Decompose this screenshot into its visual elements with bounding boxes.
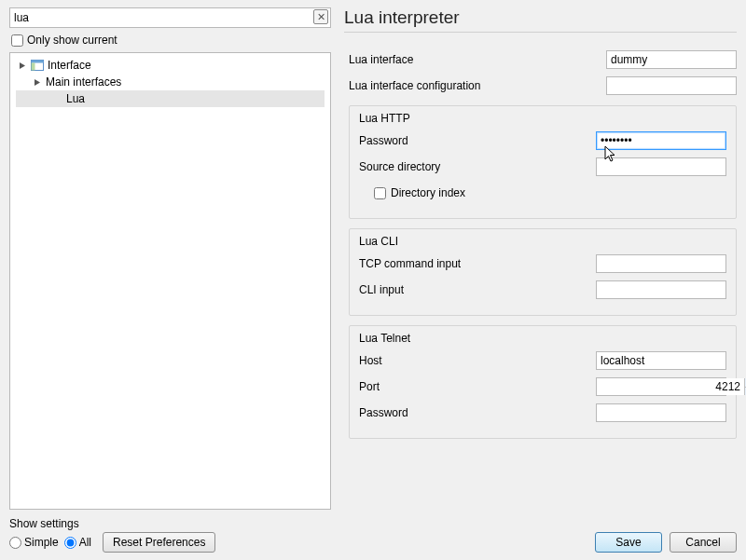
cancel-button[interactable]: Cancel: [670, 532, 737, 553]
telnet-port-spinner[interactable]: ▲ ▼: [596, 377, 726, 396]
svg-rect-1: [32, 61, 44, 63]
page-title: Lua interpreter: [344, 7, 737, 33]
search-input[interactable]: [9, 7, 331, 28]
only-show-current-label: Only show current: [27, 34, 117, 47]
only-show-current-checkbox[interactable]: [11, 34, 23, 47]
telnet-port-input[interactable]: [597, 378, 744, 395]
radio-all-input[interactable]: [64, 537, 76, 549]
cli-input-label: CLI input: [359, 283, 596, 296]
http-srcdir-label: Source directory: [359, 160, 596, 173]
telnet-password-label: Password: [359, 406, 596, 419]
collapse-icon[interactable]: [33, 77, 42, 87]
group-title: Lua Telnet: [359, 332, 726, 345]
tree-label: Lua: [66, 92, 85, 105]
clear-search-icon[interactable]: ✕: [313, 9, 328, 24]
show-settings-label: Show settings: [9, 517, 331, 530]
cli-input-field[interactable]: [596, 280, 726, 299]
save-button[interactable]: Save: [595, 532, 662, 553]
dir-index-label: Directory index: [391, 186, 465, 199]
lua-interface-label: Lua interface: [349, 53, 606, 66]
group-title: Lua CLI: [359, 235, 726, 248]
http-password-input[interactable]: [596, 131, 726, 150]
group-lua-telnet: Lua Telnet Host Port ▲ ▼: [349, 325, 737, 439]
dir-index-checkbox[interactable]: [374, 187, 386, 199]
radio-simple[interactable]: Simple: [9, 536, 59, 549]
cli-tcp-input[interactable]: [596, 254, 726, 273]
cli-tcp-label: TCP command input: [359, 257, 596, 270]
tree-item-interface[interactable]: Interface: [16, 57, 325, 74]
panel-icon: [31, 60, 44, 71]
search-box: ✕: [9, 7, 331, 28]
svg-rect-2: [32, 63, 35, 71]
tree-label: Interface: [48, 59, 91, 72]
lua-config-input[interactable]: [606, 76, 737, 95]
tree-item-lua[interactable]: Lua: [16, 90, 325, 107]
group-lua-http: Lua HTTP Password Source directory Direc…: [349, 105, 737, 219]
telnet-host-input[interactable]: [596, 351, 726, 370]
telnet-port-label: Port: [359, 380, 596, 393]
reset-preferences-button[interactable]: Reset Preferences: [103, 532, 215, 553]
group-title: Lua HTTP: [359, 112, 726, 125]
tree-item-main-interfaces[interactable]: Main interfaces: [16, 74, 325, 90]
http-srcdir-input[interactable]: [596, 157, 726, 176]
radio-all[interactable]: All: [64, 536, 91, 549]
settings-tree[interactable]: Interface Main interfaces Lua: [9, 52, 331, 510]
collapse-icon[interactable]: [18, 61, 27, 70]
group-lua-cli: Lua CLI TCP command input CLI input: [349, 228, 737, 316]
telnet-host-label: Host: [359, 354, 596, 367]
telnet-password-input[interactable]: [596, 403, 726, 422]
radio-simple-input[interactable]: [9, 537, 21, 549]
lua-config-label: Lua interface configuration: [349, 79, 606, 92]
lua-interface-input[interactable]: [606, 50, 737, 69]
http-password-label: Password: [359, 134, 596, 147]
tree-label: Main interfaces: [46, 75, 121, 89]
